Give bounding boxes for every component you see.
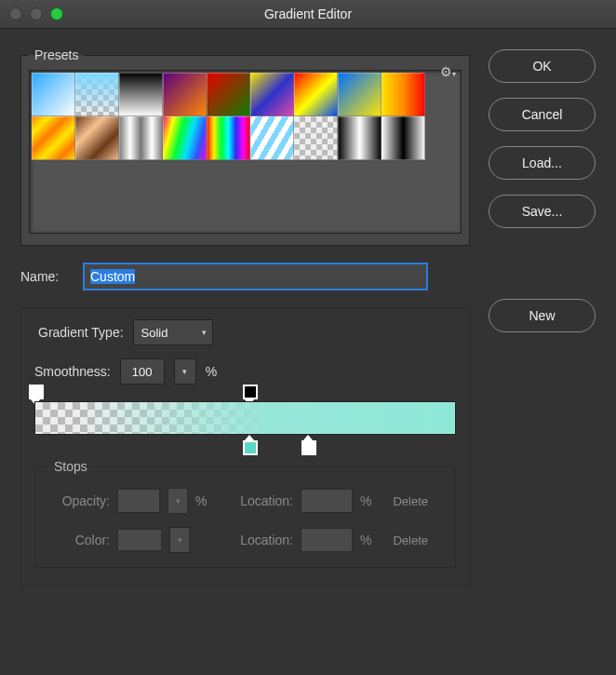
presets-grid[interactable]	[29, 70, 462, 234]
name-input[interactable]	[83, 263, 428, 290]
preset-swatch[interactable]	[32, 116, 75, 160]
location-label: Location:	[240, 533, 293, 547]
preset-swatch[interactable]	[294, 73, 338, 116]
preset-swatch[interactable]	[382, 116, 425, 160]
color-well	[117, 529, 162, 551]
preset-swatch[interactable]	[250, 116, 294, 160]
preset-swatch[interactable]	[163, 73, 207, 116]
gradient-bar[interactable]	[34, 401, 456, 435]
title-bar: Gradient Editor	[0, 0, 616, 29]
gradient-editor[interactable]	[34, 401, 456, 435]
preset-swatch[interactable]	[250, 73, 294, 116]
preset-swatch[interactable]	[163, 116, 207, 160]
opacity-input	[117, 489, 160, 513]
gradient-panel: Gradient Type: Solid ▾ Smoothness: ▾ %	[20, 307, 470, 586]
load-button[interactable]: Load...	[489, 146, 596, 180]
window-controls	[9, 7, 63, 20]
preset-swatch[interactable]	[382, 73, 425, 116]
preset-swatch[interactable]	[207, 73, 250, 116]
stops-legend: Stops	[48, 459, 93, 474]
preset-swatch[interactable]	[338, 73, 382, 116]
color-stepper: ▾	[169, 527, 190, 553]
opacity-stepper: ▾	[167, 488, 188, 514]
presets-legend: Presets	[29, 47, 84, 62]
preset-swatch[interactable]	[294, 116, 338, 160]
window-title: Gradient Editor	[0, 0, 616, 28]
location-input	[301, 528, 353, 552]
color-stop[interactable]	[243, 435, 256, 455]
location-label: Location:	[240, 493, 293, 508]
color-stop-swatch	[243, 440, 258, 455]
smoothness-label: Smoothness:	[34, 364, 111, 379]
opacity-stop-swatch	[243, 385, 258, 399]
color-stop-swatch	[301, 440, 316, 455]
stops-panel: Stops Opacity: ▾ % Location: % Delete Co…	[34, 459, 456, 568]
zoom-window-icon[interactable]	[50, 7, 63, 20]
save-button[interactable]: Save...	[489, 195, 596, 228]
name-label: Name:	[20, 269, 72, 284]
location-unit: %	[360, 533, 371, 547]
preset-swatch[interactable]	[119, 73, 163, 116]
new-button[interactable]: New	[489, 299, 596, 332]
opacity-stop-swatch	[29, 385, 44, 399]
presets-panel: Presets ⚙▾	[20, 47, 470, 246]
smoothness-unit: %	[206, 364, 217, 379]
ok-button[interactable]: OK	[489, 49, 596, 83]
color-label: Color:	[48, 533, 110, 547]
cancel-button[interactable]: Cancel	[489, 98, 596, 131]
close-window-icon[interactable]	[9, 7, 22, 20]
preset-swatch[interactable]	[119, 116, 163, 160]
preset-swatch[interactable]	[75, 73, 119, 116]
chevron-down-icon: ▾	[182, 367, 187, 376]
minimize-window-icon[interactable]	[30, 7, 43, 20]
smoothness-stepper[interactable]: ▾	[174, 358, 196, 385]
chevron-down-icon: ▾	[178, 535, 182, 545]
gradient-type-label: Gradient Type:	[38, 325, 124, 340]
preset-swatch[interactable]	[32, 73, 75, 116]
location-input	[301, 489, 353, 513]
opacity-label: Opacity:	[48, 493, 110, 508]
color-stop[interactable]	[301, 435, 315, 455]
location-unit: %	[360, 493, 371, 508]
gradient-type-value: Solid	[141, 326, 168, 340]
preset-swatch[interactable]	[338, 116, 382, 160]
opacity-unit: %	[195, 493, 207, 508]
smoothness-input[interactable]	[120, 358, 165, 385]
delete-opacity-stop-button: Delete	[379, 487, 442, 515]
gradient-type-select[interactable]: Solid ▾	[133, 319, 213, 345]
preset-swatch[interactable]	[207, 116, 250, 160]
gear-icon[interactable]: ⚙▾	[440, 64, 456, 79]
preset-swatch[interactable]	[75, 116, 119, 160]
chevron-down-icon: ▾	[202, 328, 207, 337]
chevron-down-icon: ▾	[176, 496, 181, 506]
delete-color-stop-button: Delete	[379, 526, 442, 554]
